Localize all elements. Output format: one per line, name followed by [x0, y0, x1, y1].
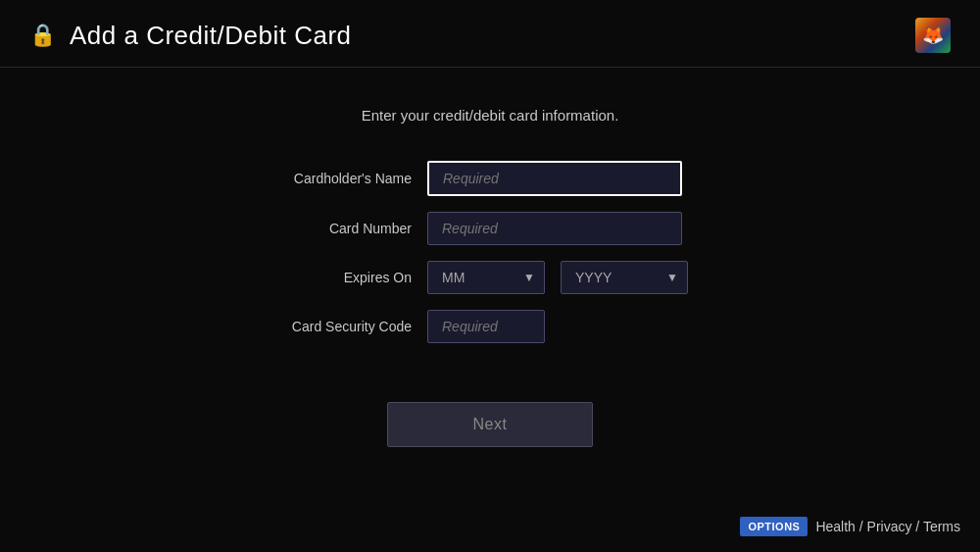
- options-badge[interactable]: OPTIONS: [740, 517, 808, 536]
- security-code-row: Card Security Code: [235, 310, 745, 343]
- next-button[interactable]: Next: [387, 402, 593, 447]
- card-number-label: Card Number: [235, 221, 412, 236]
- page-header: 🔒 Add a Credit/Debit Card 🦊: [0, 0, 980, 68]
- form-subtitle: Enter your credit/debit card information…: [362, 107, 619, 124]
- card-number-row: Card Number: [235, 212, 745, 245]
- footer: OPTIONS Health / Privacy / Terms: [740, 517, 960, 536]
- main-content: Enter your credit/debit card information…: [0, 68, 980, 447]
- page-title: Add a Credit/Debit Card: [70, 21, 352, 51]
- year-select[interactable]: YYYY 2024 2025 2026 2027 2028 2029 2030: [561, 261, 688, 294]
- card-number-input[interactable]: [427, 212, 682, 245]
- cardholder-row: Cardholder's Name: [235, 161, 745, 196]
- lock-icon: 🔒: [29, 23, 56, 48]
- security-code-input[interactable]: [427, 310, 545, 343]
- expires-selects: MM 01 02 03 04 05 06 07 08 09 10 11 12: [427, 261, 688, 294]
- month-select-wrapper: MM 01 02 03 04 05 06 07 08 09 10 11 12: [427, 261, 545, 294]
- footer-links[interactable]: Health / Privacy / Terms: [815, 519, 960, 534]
- next-button-container: Next: [387, 402, 593, 447]
- header-left: 🔒 Add a Credit/Debit Card: [29, 21, 352, 51]
- form-container: Cardholder's Name Card Number Expires On…: [235, 161, 745, 343]
- expires-row: Expires On MM 01 02 03 04 05 06 07 08 09: [235, 261, 745, 294]
- avatar: 🦊: [915, 18, 951, 53]
- expires-label: Expires On: [235, 270, 412, 285]
- cardholder-input[interactable]: [427, 161, 682, 196]
- cardholder-label: Cardholder's Name: [235, 171, 412, 186]
- month-select[interactable]: MM 01 02 03 04 05 06 07 08 09 10 11 12: [427, 261, 545, 294]
- security-code-label: Card Security Code: [235, 319, 412, 334]
- year-select-wrapper: YYYY 2024 2025 2026 2027 2028 2029 2030 …: [561, 261, 688, 294]
